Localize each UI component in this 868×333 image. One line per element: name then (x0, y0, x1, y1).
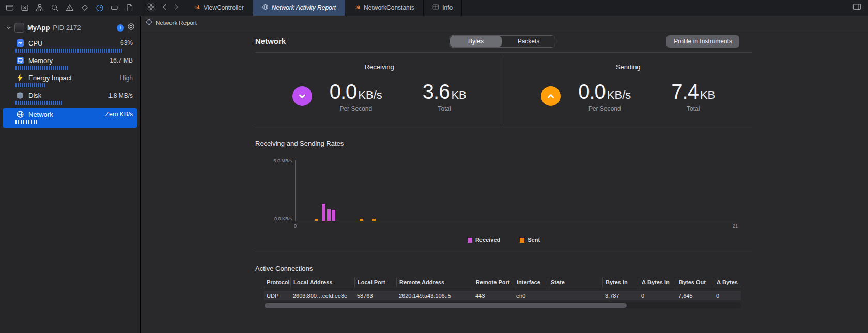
column-header[interactable]: Protocol (264, 278, 290, 287)
connections-header-row: ProtocolLocal AddressLocal PortRemote Ad… (264, 278, 741, 287)
network-globe-icon (262, 4, 269, 12)
rate-value: 0.0 (330, 80, 357, 103)
sending-total: 7.4KB Total (671, 80, 715, 112)
connection-cell: 443 (473, 293, 514, 299)
inspector-toggle-icon[interactable] (853, 3, 861, 13)
memory-gauge-icon (16, 56, 24, 65)
y-axis-top-label: 5.0 MB/s (273, 158, 292, 163)
stats-section: Receiving 0.0KB/s Per Second 3.6KB Total… (255, 53, 752, 128)
tab-controls (141, 0, 185, 16)
download-icon (292, 86, 312, 106)
rate-caption: Per Second (578, 105, 631, 112)
gauge-value: 1.8 MB/s (109, 92, 133, 99)
column-header[interactable]: Remote Address (396, 278, 473, 287)
segment-bytes[interactable]: Bytes (450, 36, 502, 47)
debug-navigator-icon[interactable] (96, 4, 104, 12)
rate-value: 0.0 (578, 80, 606, 103)
total-value: 7.4 (671, 80, 699, 103)
info-badge-icon[interactable]: i (117, 24, 124, 32)
report-header: Network Bytes Packets Profile in Instrum… (255, 29, 752, 53)
scrollbar-thumb[interactable] (265, 303, 627, 308)
process-row[interactable]: MyApp PID 2172 i (0, 16, 140, 37)
disclosure-chevron-icon[interactable] (6, 23, 11, 33)
gauge-network[interactable]: Network Zero KB/s (3, 108, 137, 128)
process-pid: PID 2172 (53, 24, 81, 32)
rate-unit: KB/s (358, 88, 382, 101)
gauge-memory[interactable]: Memory 16.7 MB (3, 55, 137, 72)
column-header[interactable]: Local Port (354, 278, 396, 287)
chart-bar-received (332, 210, 335, 221)
jump-bar[interactable]: Network Report (141, 16, 868, 29)
issue-navigator-icon[interactable] (66, 4, 74, 12)
connection-cell: 7,645 (676, 293, 714, 299)
toolbar: ViewController Network Activity Report N… (0, 0, 868, 16)
gauge-energy-impact[interactable]: Energy Impact High (3, 72, 137, 89)
gauge-value: High (120, 74, 133, 82)
tab-label: ViewController (204, 4, 244, 11)
debug-navigator: MyApp PID 2172 i CPU 63% Memory 16.7 MB … (0, 16, 141, 333)
table-grid-icon (432, 4, 439, 12)
source-control-icon[interactable] (21, 4, 29, 12)
test-navigator-icon[interactable] (81, 4, 89, 12)
symbol-navigator-icon[interactable] (36, 4, 44, 12)
tab-networkconstants[interactable]: NetworkConstants (345, 0, 424, 16)
rate-unit: KB/s (607, 88, 631, 101)
connections-table: ProtocolLocal AddressLocal PortRemote Ad… (264, 278, 741, 300)
tab-bar: ViewController Network Activity Report N… (141, 0, 846, 16)
column-header[interactable]: Bytes Out (676, 278, 714, 287)
network-globe-icon (16, 110, 24, 118)
editor-area: Network Report Network Bytes Packets Pro… (141, 16, 868, 333)
gauge-label: CPU (28, 39, 116, 47)
column-header[interactable]: State (548, 278, 602, 287)
record-indicator-icon (127, 23, 135, 33)
report-navigator-icon[interactable] (126, 4, 134, 12)
chart-bar-sent (372, 219, 376, 221)
receiving-section: Receiving 0.0KB/s Per Second 3.6KB Total (255, 53, 504, 128)
sending-section: Sending 0.0KB/s Per Second 7.4KB Total (504, 53, 753, 128)
upload-icon (541, 86, 561, 106)
cpu-gauge-icon (16, 39, 24, 47)
segment-packets[interactable]: Packets (503, 36, 554, 47)
disk-history-sparkline (16, 101, 63, 105)
gauge-disk[interactable]: Disk 1.8 MB/s (3, 90, 137, 107)
connection-cell: 58763 (354, 293, 396, 299)
legend-swatch (520, 238, 524, 243)
gauge-cpu[interactable]: CPU 63% (3, 37, 137, 54)
battery-icon[interactable] (111, 4, 119, 12)
connection-cell: 0 (714, 293, 741, 299)
find-navigator-icon[interactable] (51, 4, 59, 12)
connection-row[interactable]: UDP2603:800…cefd:ee8e587632620:149:a43:1… (264, 291, 741, 300)
network-report-icon (146, 19, 152, 26)
tab-info[interactable]: Info (424, 0, 462, 16)
column-header[interactable]: Bytes In (602, 278, 639, 287)
horizontal-scrollbar[interactable] (264, 302, 741, 308)
bytes-packets-segmented-control: Bytes Packets (449, 35, 555, 48)
column-header[interactable]: Remote Port (473, 278, 514, 287)
y-axis-bottom-label: 0.0 KB/s (274, 216, 292, 221)
tab-network-activity-report[interactable]: Network Activity Report (253, 0, 345, 16)
tab-overview-icon[interactable] (147, 3, 155, 13)
column-header[interactable]: Local Address (290, 278, 354, 287)
profile-in-instruments-button[interactable]: Profile in Instruments (667, 35, 739, 48)
column-header[interactable]: Δ Bytes (714, 278, 741, 287)
page-title: Network (255, 37, 286, 46)
column-header[interactable]: Δ Bytes In (639, 278, 676, 287)
back-icon[interactable] (162, 3, 167, 12)
legend-item: Received (468, 237, 500, 243)
sending-title: Sending (504, 63, 753, 71)
forward-icon[interactable] (174, 3, 179, 12)
window-navigator-icon[interactable] (6, 4, 14, 12)
network-history-sparkline (16, 120, 39, 124)
receiving-rate: 0.0KB/s Per Second (330, 80, 382, 112)
chart-bar-received (327, 209, 331, 221)
column-header[interactable]: Interface (514, 278, 548, 287)
rate-caption: Per Second (330, 105, 382, 112)
tab-viewcontroller[interactable]: ViewController (185, 0, 253, 16)
legend-label: Received (475, 237, 500, 243)
connection-cell: 3,787 (602, 293, 639, 299)
rates-title: Receiving and Sending Rates (255, 140, 752, 147)
toolbar-right (846, 0, 868, 16)
gauge-label: Disk (28, 92, 104, 99)
total-caption: Total (423, 105, 467, 112)
legend-label: Sent (528, 237, 540, 243)
